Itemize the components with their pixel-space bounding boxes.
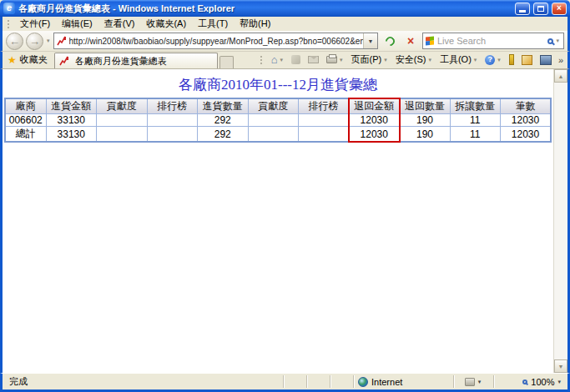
cell: 190 [400,127,451,143]
ie-logo-icon: e [3,3,15,14]
protected-mode-pane[interactable]: ▾ [453,375,492,388]
header-vendor: 廠商 [5,98,46,114]
cell [147,114,198,127]
close-button[interactable]: × [552,3,567,15]
extension-icon [509,54,514,65]
forward-button[interactable]: → [26,33,43,50]
command-bar: ⌂▾ ▾ 页面(P)▾ 安全(S)▾ 工具(O)▾ ?▾ » [258,53,566,68]
search-dropdown[interactable]: ▾ [555,38,560,44]
extension-icon [540,55,552,65]
protected-mode-icon [465,378,475,386]
menu-help[interactable]: 帮助(H) [234,17,276,31]
address-url[interactable]: http://win2008/tw/baobiao/supply/suppyea… [69,37,363,46]
status-pane-empty [283,375,305,388]
page-menu-button[interactable]: 页面(P)▾ [348,53,391,67]
cell: 12030 [501,127,552,143]
cell: 33130 [46,127,97,143]
header-purchase-qty: 進貨數量 [198,98,249,114]
refresh-button[interactable] [381,33,399,50]
help-icon: ? [485,55,495,65]
browser-viewport: 各廠商2010年01---12月進貨彙總 廠商 進貨金額 貢獻度 排行榜 進貨數… [0,69,570,373]
address-dropdown[interactable]: ▼ [363,33,377,48]
report-table: 廠商 進貨金額 貢獻度 排行榜 進貨數量 貢獻度 排行榜 退回金額 退回數量 拆… [4,98,552,143]
stop-icon: × [407,35,414,47]
report-title: 各廠商2010年01---12月進貨彙總 [3,75,553,94]
tools-menu-button[interactable]: 工具(O)▾ [436,53,481,67]
cell [248,114,299,127]
search-box[interactable]: Live Search ▾ [422,33,564,49]
status-text-pane: 完成 [5,375,281,388]
zoom-control[interactable]: 100% ▾ [493,375,565,388]
tab-title: 各廠商月份進貨彙總表 [75,55,167,68]
cell [97,127,148,143]
extension-button-1[interactable] [506,53,517,66]
header-contribution-2: 貢獻度 [248,98,299,114]
toolbar-grip [8,20,12,28]
stop-button[interactable]: × [401,33,420,50]
chevron-down-icon: ▾ [557,379,561,385]
internet-zone-icon [358,377,368,387]
restore-icon [537,6,544,12]
tab-bar: ★ 收藏夹 各廠商月份進貨彙總表 ⌂▾ ▾ 页面(P)▾ 安全(S)▾ 工具(O… [0,52,570,69]
status-bar: 完成 Internet ▾ 100% ▾ [0,373,570,392]
favorites-star-icon: ★ [8,55,17,65]
table-header-row: 廠商 進貨金額 貢獻度 排行榜 進貨數量 貢獻度 排行榜 退回金額 退回數量 拆… [5,98,551,114]
header-return-qty: 退回數量 [400,98,451,114]
scrollbar-down-button[interactable]: ▼ [554,359,567,373]
security-zone-pane: Internet [353,375,451,388]
cell [299,114,350,127]
read-mail-button[interactable] [305,55,322,64]
return-amount-cell-highlighted: 12030 [349,114,400,127]
back-button[interactable]: ← [6,33,23,50]
tab-active[interactable]: 各廠商月份進貨彙總表 [54,53,218,68]
menu-view[interactable]: 查看(V) [98,17,141,31]
header-contribution-1: 貢獻度 [97,98,148,114]
cell: 11 [450,127,501,143]
help-button[interactable]: ?▾ [482,54,505,66]
extension-button-2[interactable] [518,54,536,66]
home-button[interactable]: ⌂▾ [268,53,287,66]
safety-menu-button[interactable]: 安全(S)▾ [392,53,436,67]
cell [147,127,198,143]
search-magnifier-icon[interactable] [547,38,553,44]
page-favicon-icon [57,36,67,46]
chevron-down-icon: ▾ [478,379,482,385]
return-amount-cell-highlighted: 12030 [349,127,400,143]
toolbar-grip [260,56,265,64]
menu-favorites[interactable]: 收藏夹(A) [140,17,192,31]
vertical-scrollbar[interactable]: ▲ ▼ [553,69,567,373]
home-icon: ⌂ [271,54,278,65]
scrollbar-up-button[interactable]: ▲ [554,69,567,83]
toolbar-overflow-chevron[interactable]: » [556,55,566,65]
minimize-icon [519,10,526,13]
header-purchase-amount: 進貨金額 [46,98,97,114]
address-bar[interactable]: http://win2008/tw/baobiao/supply/suppyea… [53,33,378,49]
favorites-button[interactable]: ★ 收藏夹 [4,52,54,68]
menu-tools[interactable]: 工具(T) [192,17,234,31]
header-return-amount-highlighted: 退回金額 [349,98,400,114]
search-input[interactable]: Live Search [434,36,544,46]
live-search-icon [426,36,434,45]
feeds-button[interactable] [288,54,304,65]
history-dropdown[interactable]: ▾ [46,38,51,44]
zoom-level: 100% [531,377,554,387]
header-record-count: 筆數 [501,98,552,114]
cell [97,114,148,127]
status-pane-empty [306,375,328,388]
zone-label: Internet [371,377,402,387]
browser-window: e 各廠商月份進貨彙總表 - Windows Internet Explorer… [0,0,570,392]
table-row-vendor: 006602 33130 292 12030 190 11 12030 [5,114,551,127]
minimize-button[interactable] [515,3,530,15]
refresh-icon [383,34,396,48]
vendor-id-cell: 006602 [5,114,46,127]
menu-edit[interactable]: 编辑(E) [56,17,98,31]
restore-button[interactable] [533,3,548,15]
tab-favicon-icon [59,56,69,66]
print-button[interactable]: ▾ [323,55,347,64]
menu-file[interactable]: 文件(F) [14,17,56,31]
extension-button-3[interactable] [537,54,555,66]
cell: 12030 [501,114,552,127]
feeds-icon [291,55,300,64]
new-tab-button[interactable] [219,56,234,68]
zoom-magnifier-icon [522,379,527,384]
